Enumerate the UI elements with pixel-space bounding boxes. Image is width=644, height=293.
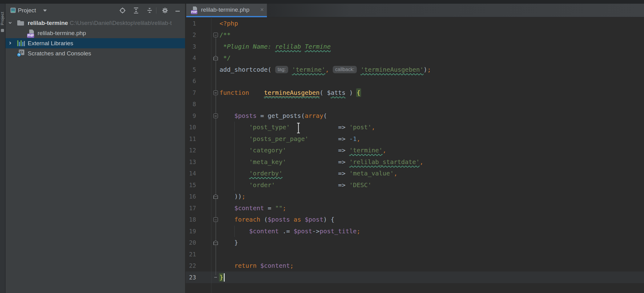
- code-token: <?php: [219, 20, 238, 27]
- text-caret: [224, 273, 225, 282]
- code-token: =>: [286, 158, 349, 166]
- code-line[interactable]: */: [219, 52, 231, 64]
- code-token: ,: [357, 135, 360, 142]
- tree-item-php-file[interactable]: PHP relilab-termine.php: [6, 28, 185, 38]
- code-token: [219, 135, 249, 142]
- code-token: 'DESC': [349, 181, 371, 189]
- php-file-icon: PHP: [27, 30, 34, 38]
- tool-window-square-icon[interactable]: [1, 29, 4, 32]
- code-token: $posts: [268, 216, 290, 223]
- code-line[interactable]: 'meta_key' => 'relilab_startdate',: [219, 156, 423, 168]
- code-token: Termine: [305, 43, 331, 50]
- ide-window: Project Project: [0, 0, 644, 293]
- code-token: .=: [279, 227, 294, 235]
- code-line[interactable]: $content .= $post->post_title;: [219, 226, 360, 237]
- code-view[interactable]: <?php/** *Plugin Name: relilab Termine *…: [186, 4, 644, 293]
- code-token: [219, 158, 249, 166]
- code-token: [219, 204, 234, 212]
- code-token: ;: [283, 204, 286, 212]
- code-line[interactable]: }: [219, 237, 238, 249]
- code-line[interactable]: *Plugin Name: relilab Termine: [219, 41, 331, 53]
- tree-item-label: External Libraries: [28, 38, 73, 48]
- code-token: =>: [286, 146, 349, 154]
- code-line[interactable]: 'posts_per_page' => -1,: [219, 133, 360, 145]
- code-token: 'relilab_startdate': [349, 158, 420, 166]
- collapse-all-icon[interactable]: [146, 7, 153, 14]
- code-token: }: [219, 239, 238, 246]
- code-token: ): [424, 66, 427, 73]
- mouse-cursor-ibeam: [296, 122, 301, 134]
- code-line[interactable]: $posts = get_posts(array(: [219, 110, 327, 122]
- code-line[interactable]: foreach ($posts as $post) {: [219, 214, 334, 226]
- stripe-project-label[interactable]: Project: [0, 6, 5, 31]
- code-token: [219, 112, 234, 119]
- code-token: [288, 66, 292, 73]
- code-token: 'orderby': [249, 170, 282, 177]
- chevron-down-icon[interactable]: [8, 21, 12, 25]
- code-token: ,: [372, 123, 375, 131]
- code-token: /**: [219, 31, 231, 38]
- code-token: [219, 262, 234, 269]
- tree-item-project-root[interactable]: relilab-termine C:\Users\Daniel\Desktop\…: [6, 18, 185, 28]
- code-token: [219, 181, 249, 189]
- code-token: ,: [325, 66, 329, 73]
- code-token: [357, 66, 360, 73]
- code-token: ->: [312, 227, 320, 235]
- code-line[interactable]: add_shortcode( tag: 'termine', callback:…: [219, 64, 431, 76]
- chevron-down-icon[interactable]: [43, 10, 47, 12]
- code-line[interactable]: ));: [219, 191, 245, 203]
- code-line[interactable]: <?php: [219, 18, 238, 30]
- tree-item-scratches[interactable]: Scratches and Consoles: [6, 48, 185, 58]
- code-token: post_title: [320, 227, 356, 235]
- parameter-hint: callback:: [333, 66, 357, 73]
- code-token: */: [219, 54, 231, 62]
- chevron-right-icon[interactable]: [8, 41, 12, 45]
- code-token: add_shortcode(: [219, 66, 275, 73]
- project-root-path: C:\Users\Daniel\Desktop\relilab\relilab-…: [68, 20, 172, 26]
- code-token: 'termine': [349, 146, 382, 154]
- toolbar-separator: [156, 7, 156, 14]
- code-token: $post: [294, 227, 312, 235]
- locate-icon[interactable]: [119, 7, 126, 14]
- expand-all-icon[interactable]: [133, 7, 139, 14]
- code-token: [219, 123, 249, 131]
- tree-item-external-libraries[interactable]: External Libraries: [6, 38, 185, 48]
- code-line[interactable]: 'order' => 'DESC': [219, 179, 372, 191]
- settings-gear-icon[interactable]: [162, 7, 168, 14]
- code-token: [329, 66, 333, 73]
- code-token: ,: [394, 170, 397, 177]
- external-libraries-icon: [17, 40, 25, 46]
- code-token: return: [234, 262, 256, 269]
- code-token: 'posts_per_page': [249, 135, 308, 142]
- project-panel-title[interactable]: Project: [18, 4, 36, 17]
- code-token: (: [323, 112, 327, 119]
- project-root-name: relilab-termine: [28, 20, 68, 26]
- code-line[interactable]: /**: [219, 29, 231, 41]
- code-line[interactable]: }: [219, 272, 223, 283]
- code-token: [219, 216, 234, 223]
- code-token: 'meta_value': [349, 170, 394, 177]
- window-top-band: [0, 0, 644, 4]
- code-token: [256, 262, 260, 269]
- code-line[interactable]: 'category' => 'termine',: [219, 145, 386, 156]
- code-token: $content: [234, 204, 264, 212]
- project-view-icon: [10, 8, 16, 13]
- code-token: ) {: [323, 216, 334, 223]
- code-token: {: [357, 89, 360, 96]
- editor-area[interactable]: PHP relilab-termine.php × 12345678910111…: [186, 4, 644, 293]
- code-token: (: [260, 216, 268, 223]
- code-token: [219, 146, 249, 154]
- project-panel-header: Project: [6, 4, 185, 17]
- hide-panel-icon[interactable]: [174, 8, 181, 15]
- code-token: "": [275, 204, 283, 212]
- code-line[interactable]: $content = "";: [219, 203, 286, 214]
- code-line[interactable]: 'orderby' => 'meta_value',: [219, 168, 397, 179]
- code-line[interactable]: function termineAusgeben( $atts ) {: [219, 87, 360, 99]
- code-token: as: [294, 216, 301, 223]
- code-token: ;: [357, 227, 360, 235]
- code-token: 'category': [249, 146, 286, 154]
- code-line[interactable]: return $content;: [219, 260, 294, 272]
- code-token: [219, 170, 249, 177]
- code-token: 'termine': [292, 66, 325, 73]
- tool-window-stripe[interactable]: Project: [0, 4, 6, 293]
